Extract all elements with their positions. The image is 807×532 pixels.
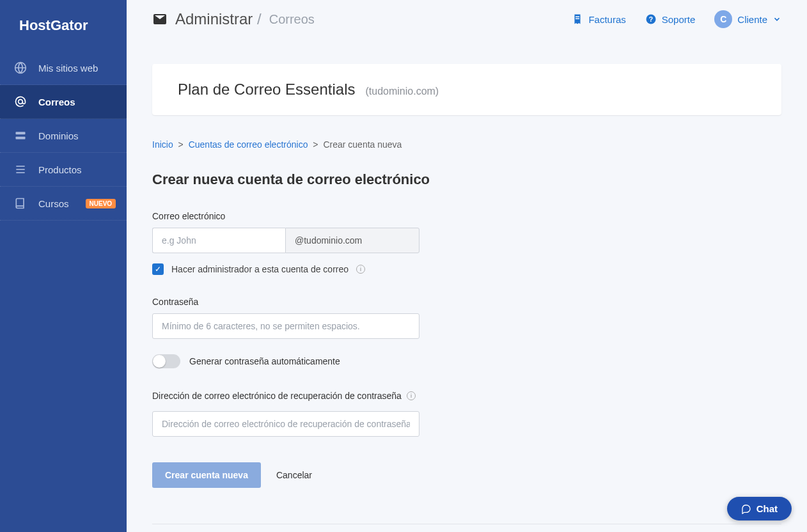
sidebar: HostGator Mis sitios web Correos Dominio… — [0, 0, 127, 532]
topbar: Administrar / Correos Facturas ? Soporte… — [127, 0, 807, 38]
breadcrumb: Inicio > Cuentas de correo electrónico >… — [152, 139, 781, 150]
plan-domain: (tudominio.com) — [365, 86, 439, 97]
svg-rect-2 — [16, 132, 26, 134]
svg-point-1 — [19, 100, 23, 104]
mail-icon — [152, 12, 168, 27]
main-content: Plan de Correo Essentials (tudominio.com… — [127, 38, 807, 532]
server-icon — [14, 129, 27, 142]
info-icon[interactable]: i — [356, 265, 365, 274]
chat-icon — [741, 504, 751, 514]
divider — [152, 524, 781, 524]
create-email-form: Correo electrónico @tudominio.com ✓ Hace… — [152, 211, 574, 488]
create-account-button[interactable]: Crear cuenta nueva — [152, 462, 261, 488]
crumb-sep: > — [313, 139, 318, 150]
password-label: Contraseña — [152, 297, 574, 307]
globe-icon — [14, 61, 27, 74]
cancel-button[interactable]: Cancelar — [276, 470, 312, 480]
crumb-home[interactable]: Inicio — [152, 139, 173, 150]
chevron-down-icon — [772, 15, 781, 24]
at-icon — [14, 95, 27, 108]
plan-title: Plan de Correo Essentials — [178, 81, 355, 98]
svg-rect-8 — [576, 19, 579, 20]
admin-checkbox-label: Hacer administrador a esta cuenta de cor… — [171, 264, 349, 274]
svg-rect-7 — [576, 17, 579, 18]
crumb-accounts[interactable]: Cuentas de correo electrónico — [189, 139, 308, 150]
email-label: Correo electrónico — [152, 211, 574, 221]
brand-logo: HostGator — [0, 0, 127, 51]
autogen-password-label: Generar contraseña automáticamente — [189, 356, 340, 366]
list-icon — [14, 163, 27, 176]
crumb-sep: > — [178, 139, 184, 150]
sidebar-item-correos[interactable]: Correos — [0, 85, 127, 119]
sidebar-item-label: Productos — [38, 164, 82, 175]
recovery-email-input[interactable] — [152, 411, 419, 437]
sidebar-item-productos[interactable]: Productos — [0, 153, 127, 187]
link-soporte[interactable]: ? Soporte — [645, 13, 696, 25]
sidebar-item-label: Correos — [38, 97, 75, 107]
svg-rect-3 — [16, 137, 26, 139]
book-icon — [14, 197, 27, 210]
password-input[interactable] — [152, 313, 419, 339]
sidebar-item-cursos[interactable]: Cursos NUEVO — [0, 187, 127, 221]
help-icon: ? — [645, 13, 657, 25]
link-facturas[interactable]: Facturas — [572, 13, 625, 25]
plan-card: Plan de Correo Essentials (tudominio.com… — [152, 64, 781, 115]
sidebar-item-dominios[interactable]: Dominios — [0, 119, 127, 153]
sidebar-item-label: Dominios — [38, 130, 79, 141]
page-subtitle: Correos — [269, 12, 315, 27]
avatar: C — [714, 10, 732, 28]
sidebar-item-label: Cursos — [38, 198, 69, 209]
recovery-label: Dirección de correo electrónico de recup… — [152, 391, 402, 401]
sidebar-nav: Mis sitios web Correos Dominios Producto… — [0, 51, 127, 221]
sidebar-item-sites[interactable]: Mis sitios web — [0, 51, 127, 85]
crumb-current: Crear cuenta nueva — [323, 139, 402, 150]
section-title: Crear nueva cuenta de correo electrónico — [152, 171, 781, 188]
info-icon[interactable]: i — [407, 391, 416, 400]
email-user-input[interactable] — [152, 228, 285, 253]
badge-new: NUEVO — [86, 199, 116, 208]
receipt-icon — [572, 13, 583, 25]
chat-button[interactable]: Chat — [727, 497, 792, 520]
recovery-label-row: Dirección de correo electrónico de recup… — [152, 391, 416, 401]
svg-text:?: ? — [649, 15, 653, 23]
autogen-password-toggle[interactable] — [152, 354, 180, 368]
email-domain-suffix: @tudominio.com — [285, 228, 419, 253]
page-title: Administrar / — [175, 10, 262, 28]
admin-checkbox[interactable]: ✓ — [152, 263, 164, 275]
link-cliente[interactable]: C Cliente — [714, 10, 781, 28]
sidebar-item-label: Mis sitios web — [38, 63, 98, 74]
